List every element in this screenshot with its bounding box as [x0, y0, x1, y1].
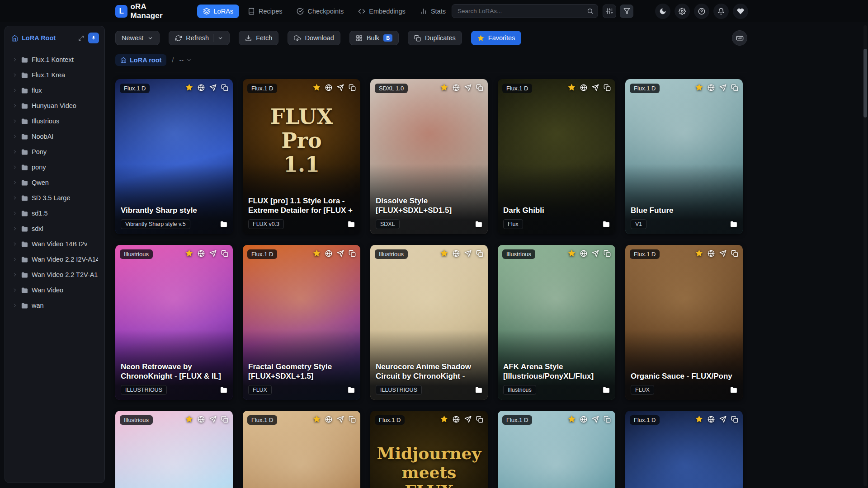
bulk-button[interactable]: BulkB	[349, 31, 399, 45]
folder-item[interactable]: sdxl	[8, 221, 102, 236]
send-button[interactable]	[337, 416, 344, 423]
funnel-button[interactable]	[620, 5, 633, 18]
copy-button[interactable]	[349, 250, 356, 257]
version-chip[interactable]: V1	[631, 219, 646, 229]
send-button[interactable]	[337, 84, 344, 91]
favorites-button[interactable]: Favorites	[471, 31, 522, 45]
open-folder-button[interactable]	[220, 221, 227, 228]
globe-button[interactable]	[453, 84, 460, 91]
open-folder-button[interactable]	[475, 386, 482, 394]
copy-button[interactable]	[476, 84, 483, 91]
version-chip[interactable]: ILLUSTRIOUS	[121, 385, 167, 395]
favorite-button[interactable]	[695, 84, 703, 91]
version-chip[interactable]: ILLUSTRIOUS	[376, 385, 422, 395]
nav-item-stats[interactable]: Stats	[414, 5, 452, 18]
copy-button[interactable]	[731, 84, 738, 91]
nav-item-embeddings[interactable]: Embeddings	[352, 5, 411, 18]
favorite-button[interactable]	[695, 415, 703, 423]
lora-card[interactable]: MidjourneymeetsFLUXFlux.1 D	[370, 411, 488, 488]
version-chip[interactable]: FLUX	[631, 385, 654, 395]
folder-item[interactable]: Flux.1 Krea	[8, 67, 102, 83]
favorite-button[interactable]	[313, 249, 321, 257]
copy-button[interactable]	[221, 84, 228, 91]
send-button[interactable]	[464, 250, 472, 257]
open-folder-button[interactable]	[603, 221, 610, 228]
version-chip[interactable]: FLUX	[248, 385, 272, 395]
favorite-button[interactable]	[440, 84, 448, 91]
copy-button[interactable]	[604, 416, 611, 423]
lora-card[interactable]: Flux.1 D	[498, 411, 615, 488]
folder-item[interactable]: pony	[8, 160, 102, 175]
globe-button[interactable]	[580, 416, 587, 423]
globe-button[interactable]	[708, 84, 715, 91]
breadcrumb-current[interactable]: --	[179, 56, 192, 64]
favorite-button[interactable]	[185, 84, 193, 91]
lora-card[interactable]: IllustriousNeon Retrowave by ChronoKnigh…	[115, 245, 233, 400]
globe-button[interactable]	[198, 84, 205, 91]
send-button[interactable]	[719, 84, 726, 91]
favorite-button[interactable]	[185, 249, 193, 257]
breadcrumb-root[interactable]: LoRA root	[115, 54, 166, 66]
globe-button[interactable]	[198, 416, 205, 423]
download-button[interactable]: Download	[288, 31, 340, 45]
copy-button[interactable]	[221, 416, 228, 423]
lora-card[interactable]: IllustriousNeurocore Anime Shadow Circui…	[370, 245, 488, 400]
version-chip[interactable]: SDXL	[376, 219, 400, 229]
folder-item[interactable]: sd1.5	[8, 206, 102, 221]
globe-button[interactable]	[453, 416, 460, 423]
lora-card[interactable]: Illustrious	[115, 411, 233, 488]
favorite-button[interactable]	[568, 415, 576, 423]
send-button[interactable]	[719, 416, 726, 423]
globe-button[interactable]	[453, 250, 460, 257]
folder-item[interactable]: Wan Video 2.2 T2V-A14B	[8, 267, 102, 282]
lora-card[interactable]: Flux.1 DFractal Geometry Style [FLUX+SDX…	[243, 245, 360, 400]
copy-button[interactable]	[349, 84, 356, 91]
copy-button[interactable]	[604, 250, 611, 257]
lora-card[interactable]: SDXL 1.0Dissolve Style [FLUX+SDXL+SD1.5]…	[370, 79, 488, 234]
folder-item[interactable]: Pony	[8, 144, 102, 160]
nav-item-checkpoints[interactable]: Checkpoints	[291, 5, 349, 18]
version-chip[interactable]: Vibrantly Sharp style v.5	[121, 219, 190, 229]
moon-button[interactable]	[655, 4, 670, 19]
folder-item[interactable]: flux	[8, 83, 102, 98]
lora-card[interactable]: Flux.1 DBlue FutureV1	[625, 79, 743, 234]
keyboard-shortcuts-button[interactable]	[732, 30, 747, 46]
folder-item[interactable]: Wan Video 14B t2v	[8, 236, 102, 252]
lora-card[interactable]: IllustriousAFK Arena Style [Illustrious/…	[498, 245, 615, 400]
copy-button[interactable]	[476, 250, 483, 257]
open-folder-button[interactable]	[730, 221, 737, 228]
folder-item[interactable]: Hunyuan Video	[8, 98, 102, 113]
folder-item[interactable]: Wan Video 2.2 I2V-A14B	[8, 252, 102, 267]
fetch-button[interactable]: Fetch	[239, 31, 278, 45]
heart-button[interactable]	[733, 4, 748, 19]
favorite-button[interactable]	[313, 84, 321, 91]
open-folder-button[interactable]	[475, 221, 482, 228]
favorite-button[interactable]	[440, 249, 448, 257]
sort-dropdown[interactable]: Newest	[115, 31, 160, 45]
search-input[interactable]	[452, 4, 598, 18]
folder-item[interactable]: NoobAI	[8, 129, 102, 144]
folder-item[interactable]: Qwen	[8, 175, 102, 190]
globe-button[interactable]	[198, 250, 205, 257]
send-button[interactable]	[209, 416, 217, 423]
sliders-button[interactable]	[603, 5, 616, 18]
sidebar-root-label[interactable]: LoRA Root	[22, 34, 56, 42]
open-folder-button[interactable]	[603, 386, 610, 394]
folder-item[interactable]: SD 3.5 Large	[8, 190, 102, 206]
open-folder-button[interactable]	[220, 386, 227, 394]
send-button[interactable]	[592, 416, 599, 423]
globe-button[interactable]	[708, 416, 715, 423]
open-folder-button[interactable]	[730, 386, 737, 394]
send-button[interactable]	[209, 84, 217, 91]
gear-button[interactable]	[675, 4, 690, 19]
scrollbar-track[interactable]	[863, 25, 867, 486]
send-button[interactable]	[464, 416, 472, 423]
bell-button[interactable]	[713, 4, 729, 19]
favorite-button[interactable]	[568, 84, 576, 91]
lora-card[interactable]: Flux.1 D	[243, 411, 360, 488]
copy-button[interactable]	[731, 250, 738, 257]
folder-item[interactable]: Wan Video	[8, 282, 102, 298]
open-folder-button[interactable]	[348, 386, 355, 394]
folder-item[interactable]: Illustrious	[8, 113, 102, 129]
app-logo[interactable]: L oRA Manager	[115, 2, 180, 20]
